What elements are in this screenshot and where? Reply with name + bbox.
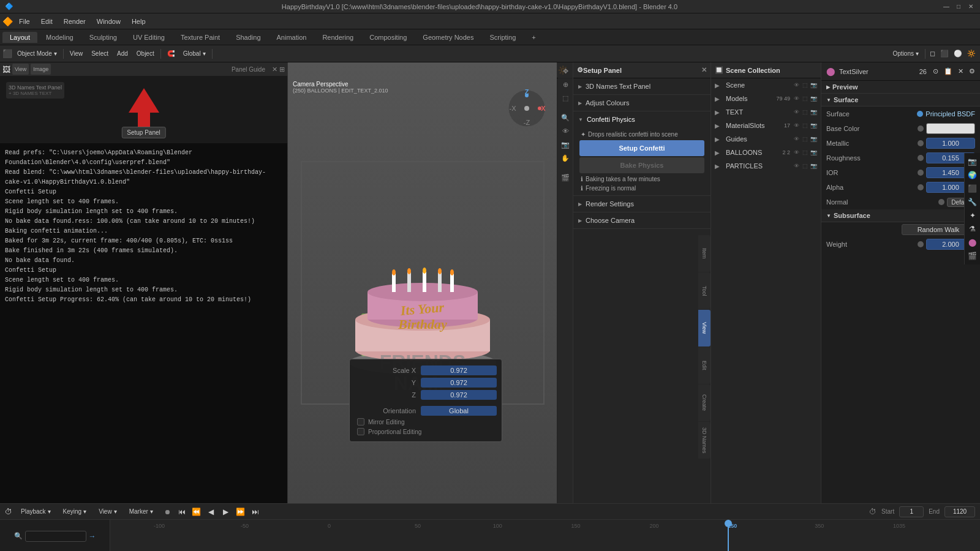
adjust-colours-header[interactable]: ▶ Adjust Colours: [573, 95, 710, 111]
viewport-hide-icon[interactable]: ⬚: [801, 149, 809, 156]
shading-rendered-icon[interactable]: 🔆: [965, 50, 978, 58]
object-menu[interactable]: Object: [133, 47, 158, 61]
keying-menu[interactable]: Keying ▾: [59, 505, 91, 519]
view-3d-icon[interactable]: 👁: [559, 125, 571, 137]
maximize-button[interactable]: □: [954, 2, 963, 11]
options-menu[interactable]: Options ▾: [889, 47, 922, 61]
search-icon[interactable]: 🔍: [14, 532, 23, 540]
tool-move-icon[interactable]: ✥: [559, 65, 571, 77]
props-world-icon[interactable]: 🌍: [966, 169, 979, 181]
scale-z-value[interactable]: 0.972: [421, 390, 497, 400]
close-button[interactable]: ✕: [967, 2, 975, 11]
transform-global[interactable]: Global ▾: [179, 47, 209, 61]
proportional-editing-checkbox[interactable]: [357, 428, 364, 435]
camera-icon[interactable]: 📷: [559, 138, 571, 151]
navigation-gizmo[interactable]: Z X -X -Z: [505, 87, 548, 130]
zoom-in-icon[interactable]: 🔍: [559, 111, 571, 124]
props-particles-icon[interactable]: ✦: [968, 209, 978, 222]
viewport-hide-icon[interactable]: ⬚: [801, 96, 809, 102]
playback-menu[interactable]: Playback ▾: [17, 505, 55, 519]
render-settings-header[interactable]: ▶ Render Settings: [573, 196, 710, 212]
base-color-swatch[interactable]: [926, 123, 975, 134]
tab-sculpting[interactable]: Sculpting: [82, 32, 124, 43]
tab-tool[interactable]: Tool: [698, 272, 710, 309]
shading-material-icon[interactable]: ⚪: [952, 50, 964, 58]
tab-shading[interactable]: Shading: [228, 32, 268, 43]
visibility-icon[interactable]: 👁: [793, 136, 800, 142]
render-hide-icon[interactable]: 📷: [810, 96, 817, 102]
viewport-hide-icon[interactable]: ⬚: [801, 82, 809, 88]
tab-edit[interactable]: Edit: [698, 347, 710, 384]
record-button[interactable]: ⏺: [162, 508, 173, 515]
render-hide-icon[interactable]: 📷: [810, 82, 817, 88]
visibility-icon[interactable]: 👁: [793, 82, 800, 88]
object-mode-dropdown[interactable]: Object Mode ▾: [13, 47, 61, 61]
scene-item-balloons[interactable]: ▶ BALLOONS 2 2 👁 ⬚ 📷: [711, 146, 821, 159]
props-object-icon[interactable]: ⬛: [966, 182, 979, 195]
confetti-physics-header[interactable]: ▼ Confetti Physics: [573, 111, 710, 127]
viewport-hide-icon[interactable]: ⬚: [801, 163, 809, 169]
tab-compositing[interactable]: Compositing: [362, 32, 414, 43]
view-btn[interactable]: View: [12, 64, 29, 75]
props-render-icon[interactable]: 📷: [966, 156, 979, 168]
minimize-button[interactable]: —: [942, 2, 951, 11]
delete-mat-icon[interactable]: ✕: [958, 67, 963, 75]
tab-3dnames[interactable]: 3D Names: [698, 422, 710, 459]
visibility-icon[interactable]: 👁: [793, 163, 800, 169]
preview-section[interactable]: ▶ Preview: [821, 81, 980, 94]
play-reverse-button[interactable]: ◀: [205, 506, 217, 518]
marker-menu[interactable]: Marker ▾: [126, 505, 157, 519]
shading-solid-icon[interactable]: ⬛: [938, 50, 951, 58]
tab-uv-editing[interactable]: UV Editing: [126, 32, 172, 43]
scene-item-guides[interactable]: ▶ Guides 👁 ⬚ 📷: [711, 132, 821, 146]
scene-item-scene[interactable]: ▶ Scene 👁 ⬚ 📷: [711, 78, 821, 92]
view-menu[interactable]: View: [66, 47, 87, 61]
setup-panel-btn[interactable]: Setup Panel: [121, 127, 166, 138]
tab-layout[interactable]: Layout: [2, 32, 37, 43]
render-icon[interactable]: 🎬: [559, 171, 571, 184]
tab-item[interactable]: Item: [698, 235, 710, 272]
render-hide-icon[interactable]: 📷: [810, 136, 817, 142]
view-menu-tl[interactable]: View ▾: [95, 505, 121, 519]
tab-scripting[interactable]: Scripting: [482, 32, 523, 43]
setup-confetti-button[interactable]: Setup Confetti: [579, 140, 704, 156]
shading-wire-icon[interactable]: ◻: [928, 50, 937, 58]
choose-camera-header[interactable]: ▶ Choose Camera: [573, 212, 710, 228]
render-hide-icon[interactable]: 📷: [810, 122, 817, 129]
visibility-icon[interactable]: 👁: [793, 96, 800, 102]
snap-dropdown[interactable]: 🧲: [164, 47, 178, 61]
timeline-ruler[interactable]: -100 -50 0 50 100 150 200 250 350 1035: [110, 520, 980, 551]
frame-jump-icon[interactable]: →: [89, 532, 96, 541]
scale-x-value[interactable]: 0.972: [421, 365, 497, 375]
menu-window[interactable]: Window: [92, 17, 126, 26]
tab-add[interactable]: +: [524, 32, 543, 43]
image-btn[interactable]: Image: [31, 64, 51, 75]
menu-edit[interactable]: Edit: [36, 17, 58, 26]
copy-mat-icon[interactable]: 📋: [944, 67, 952, 75]
menu-help[interactable]: Help: [127, 17, 151, 26]
start-frame-field[interactable]: 1: [899, 506, 924, 517]
surface-section-header[interactable]: ▼ Surface: [821, 94, 980, 107]
hand-icon[interactable]: ✋: [559, 152, 571, 164]
subsurface-header[interactable]: ▼ Subsurface: [821, 209, 980, 222]
props-modifier-icon[interactable]: 🔧: [966, 196, 979, 208]
props-physics-icon[interactable]: ⚗: [967, 223, 978, 235]
viewport-hide-icon[interactable]: ⬚: [801, 109, 809, 115]
render-hide-icon[interactable]: 📷: [810, 109, 817, 115]
surface-type-text[interactable]: Principled BSDF: [925, 110, 975, 118]
visibility-icon[interactable]: 👁: [793, 109, 800, 115]
mirror-editing-checkbox[interactable]: [357, 418, 364, 425]
menu-file[interactable]: File: [14, 17, 35, 26]
tab-animation[interactable]: Animation: [270, 32, 314, 43]
tool-cursor-icon[interactable]: ⊕: [559, 78, 571, 91]
orientation-value[interactable]: Global: [421, 406, 497, 416]
expand-icon[interactable]: ⊞: [279, 66, 285, 73]
step-forward-button[interactable]: ⏩: [235, 506, 247, 518]
menu-render[interactable]: Render: [59, 17, 91, 26]
scene-item-models[interactable]: ▶ Models 79 49 👁 ⬚ 📷: [711, 92, 821, 105]
props-material-icon[interactable]: ⬤: [967, 236, 978, 249]
visibility-icon[interactable]: 👁: [793, 122, 800, 129]
props-scene-icon[interactable]: 🎬: [966, 250, 979, 262]
visibility-icon[interactable]: 👁: [793, 149, 800, 156]
play-button[interactable]: ▶: [220, 506, 232, 518]
